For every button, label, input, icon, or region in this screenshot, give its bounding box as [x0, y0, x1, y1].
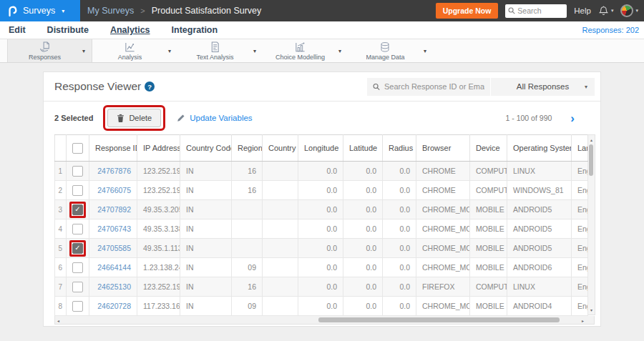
table-row: 5 ✓ 24705585 49.35.1.113 IN 0.0 0.0 0.0 … [55, 239, 588, 258]
cell-language: Eng [572, 239, 588, 258]
nav-edit[interactable]: Edit [9, 25, 26, 35]
header-country[interactable]: Country [263, 135, 298, 162]
cell-country-code: IN [180, 162, 232, 181]
response-id-link[interactable]: 24706743 [89, 219, 137, 239]
header-device[interactable]: Device [470, 135, 507, 162]
select-all-checkbox[interactable] [72, 143, 83, 154]
chevron-down-icon[interactable]: ▾ [338, 48, 341, 54]
chevron-down-icon: ▾ [611, 8, 614, 14]
toolbar-analysis[interactable]: Analysis ▾ [92, 39, 177, 62]
nav-integration[interactable]: Integration [172, 25, 218, 35]
row-checkbox[interactable]: ✓ [72, 243, 83, 254]
toolbar-text-analysis[interactable]: Text Analysis ▾ [177, 39, 263, 62]
cell-operating-system: ANDROID5 [507, 219, 572, 239]
cell-device: COMPUTER [470, 162, 507, 181]
header-longitude[interactable]: Longitude [298, 135, 343, 162]
header-ip-address[interactable]: IP Address [137, 135, 180, 162]
surveys-menu[interactable]: Surveys ▾ [0, 0, 80, 21]
header-latitude[interactable]: Latitude [343, 135, 383, 162]
header-region[interactable]: Region [232, 135, 263, 162]
header-response-id[interactable]: Response ID▲ [89, 135, 137, 162]
response-id-link[interactable]: 24767876 [89, 162, 137, 181]
horizontal-scroll-thumb[interactable] [318, 317, 560, 322]
cell-region: 09 [232, 297, 263, 316]
page-title: Response Viewer [54, 80, 141, 93]
row-checkbox[interactable] [72, 185, 83, 196]
response-id-link[interactable]: 24625130 [89, 277, 137, 297]
row-checkbox[interactable]: ✓ [72, 204, 83, 215]
analysis-icon [124, 41, 136, 53]
questionpro-logo-icon [7, 5, 18, 17]
table-row: 7 24625130 123.252.193.148 IN 16 0.0 0.0… [55, 277, 588, 297]
header-language[interactable]: Lan [572, 135, 588, 162]
cell-device: MOBILE [470, 297, 507, 316]
responses-count-link[interactable]: Responses: 202 [582, 26, 640, 34]
row-checkbox[interactable] [72, 166, 83, 177]
response-filter-dropdown[interactable]: All Responses ▾ [491, 78, 595, 96]
account-menu[interactable]: ▾ [620, 4, 638, 17]
response-id-link[interactable]: 24707892 [89, 200, 137, 219]
nav-distribute[interactable]: Distribute [47, 25, 89, 35]
annotation-box-checkbox [69, 221, 86, 237]
row-number: 6 [55, 258, 67, 277]
response-id-link[interactable]: 24620728 [89, 297, 137, 316]
header-browser[interactable]: Browser [416, 135, 470, 162]
response-id-link[interactable]: 24766075 [89, 181, 137, 200]
notifications-menu[interactable]: ▾ [598, 5, 614, 16]
row-checkbox[interactable] [72, 262, 83, 273]
chevron-down-icon[interactable]: ▾ [168, 48, 171, 54]
annotation-box-checkbox [69, 279, 86, 295]
scroll-left-icon[interactable]: ◂ [57, 317, 59, 322]
response-table: Response ID▲ IP Address Country Code Reg… [54, 134, 588, 316]
help-badge-icon[interactable]: ? [145, 81, 155, 92]
breadcrumb-my-surveys[interactable]: My Surveys [87, 6, 134, 16]
cell-radius: 0.0 [383, 162, 416, 181]
next-page-button[interactable]: › [570, 112, 575, 124]
delete-button[interactable]: Delete [107, 109, 161, 127]
cell-longitude: 0.0 [298, 297, 343, 316]
cell-latitude: 0.0 [343, 219, 383, 239]
cell-longitude: 0.0 [298, 239, 343, 258]
surveys-menu-label: Surveys [23, 6, 55, 16]
cell-country [263, 162, 298, 181]
chevron-down-icon[interactable]: ▾ [253, 48, 256, 54]
chevron-down-icon[interactable]: ▾ [424, 48, 426, 54]
scroll-up-icon[interactable]: ▴ [588, 137, 595, 142]
cell-region: 16 [232, 162, 263, 181]
cell-operating-system: LINUX [507, 277, 572, 297]
scroll-down-icon[interactable]: ▾ [588, 307, 595, 312]
cell-radius: 0.0 [383, 277, 416, 297]
vertical-scrollbar[interactable]: ▴ ▾ [588, 134, 595, 315]
cell-device: COMPUTER [470, 181, 507, 200]
toolbar-choice-modelling[interactable]: Choice Modelling ▾ [263, 39, 348, 62]
global-search[interactable] [505, 4, 567, 18]
cell-radius: 0.0 [383, 239, 416, 258]
row-checkbox[interactable] [72, 301, 83, 312]
response-search[interactable] [367, 78, 490, 96]
header-country-code[interactable]: Country Code [180, 135, 232, 162]
row-checkbox[interactable] [72, 224, 83, 234]
global-search-input[interactable] [517, 6, 560, 15]
row-checkbox[interactable] [72, 282, 83, 292]
help-link[interactable]: Help [574, 6, 591, 15]
chevron-down-icon[interactable]: ▾ [82, 48, 85, 54]
vertical-scroll-thumb[interactable] [589, 144, 593, 176]
toolbar-manage-data[interactable]: Manage Data ▾ [348, 39, 433, 62]
chevron-down-icon: ▾ [62, 8, 64, 14]
cell-latitude: 0.0 [343, 277, 383, 297]
toolbar-text-analysis-label: Text Analysis [196, 54, 233, 61]
response-id-link[interactable]: 24705585 [89, 239, 137, 258]
response-id-link[interactable]: 24664144 [89, 258, 137, 277]
header-select-all-cell[interactable] [67, 135, 89, 162]
scroll-right-icon[interactable]: ▸ [582, 317, 584, 322]
toolbar-responses[interactable]: Responses ▾ [7, 39, 92, 62]
update-variables-label: Update Variables [190, 114, 252, 122]
update-variables-button[interactable]: Update Variables [177, 114, 252, 122]
response-search-input[interactable] [384, 82, 484, 91]
nav-analytics[interactable]: Analytics [110, 25, 150, 35]
horizontal-scrollbar[interactable]: ◂ ▸ [54, 316, 595, 325]
header-operating-system[interactable]: Operating System [507, 135, 572, 162]
header-radius[interactable]: Radius [383, 135, 416, 162]
cell-language: Eng [572, 162, 588, 181]
upgrade-now-button[interactable]: Upgrade Now [436, 3, 499, 19]
